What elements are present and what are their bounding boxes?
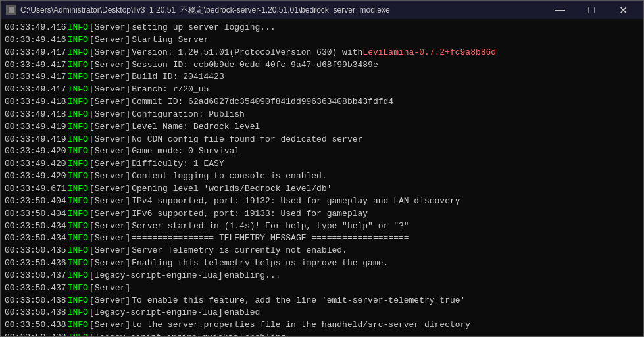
- log-message: to the server.properties file in the han…: [132, 319, 470, 332]
- log-timestamp: 00:33:50.439: [5, 332, 66, 336]
- log-level: INFO: [68, 59, 88, 72]
- log-message: Starting Server: [132, 34, 209, 47]
- log-message: enabling...: [224, 270, 281, 282]
- log-line: 00:33:49.418 INFO [Server] Configuration…: [5, 109, 639, 121]
- log-message: Server started in (1.4s)! For help, type…: [132, 220, 409, 233]
- log-timestamp: 00:33:50.438: [5, 319, 66, 332]
- log-source: [Server]: [89, 183, 130, 195]
- maximize-button[interactable]: □: [576, 1, 607, 19]
- log-line: 00:33:49.420 INFO [Server] Content loggi…: [5, 170, 639, 183]
- log-line: 00:33:49.416 INFO [Server] Starting Serv…: [5, 34, 639, 47]
- log-level: INFO: [68, 47, 88, 59]
- log-link: LeviLamina-0.7.2+fc9a8b86d: [362, 47, 496, 59]
- log-message: Level Name: Bedrock level: [132, 121, 260, 134]
- log-timestamp: 00:33:49.420: [5, 158, 66, 170]
- log-timestamp: 00:33:50.436: [5, 257, 66, 270]
- log-message: Server Telemetry is currently not enable…: [132, 245, 347, 257]
- window-title: C:\Users\Administrator\Desktop\llv3_1.20…: [20, 5, 390, 16]
- log-level: INFO: [68, 307, 88, 319]
- log-level: INFO: [68, 183, 88, 195]
- log-source: [Server]: [89, 22, 130, 34]
- log-source: [Server]: [89, 257, 130, 270]
- log-source: [Server]: [89, 245, 130, 257]
- log-line: 00:33:50.436 INFO [Server] Enabling this…: [5, 257, 639, 270]
- log-timestamp: 00:33:49.671: [5, 183, 66, 195]
- log-message: No CDN config file found for dedicated s…: [132, 134, 362, 146]
- log-timestamp: 00:33:50.434: [5, 232, 66, 245]
- log-line: 00:33:50.437 INFO [Server]: [5, 282, 639, 295]
- close-button[interactable]: ✕: [608, 1, 638, 19]
- log-source: [Server]: [89, 319, 130, 332]
- log-line: 00:33:50.435 INFO [Server] Server Teleme…: [5, 245, 639, 257]
- log-timestamp: 00:33:49.417: [5, 84, 66, 96]
- log-source: [legacy-script-engine-quickjs]: [89, 332, 243, 336]
- log-line: 00:33:50.404 INFO [Server] IPv4 supporte…: [5, 195, 639, 208]
- log-source: [Server]: [89, 195, 130, 208]
- log-source: [Server]: [89, 282, 130, 295]
- log-message: Difficulty: 1 EASY: [132, 158, 224, 170]
- log-line: 00:33:50.438 INFO [Server] to the server…: [5, 319, 639, 332]
- log-timestamp: 00:33:49.418: [5, 96, 66, 109]
- log-source: [legacy-script-engine-lua]: [89, 270, 223, 282]
- log-timestamp: 00:33:49.418: [5, 109, 66, 121]
- log-line: 00:33:50.438 INFO [Server] To enable thi…: [5, 295, 639, 307]
- log-line: 00:33:49.671 INFO [Server] Opening level…: [5, 183, 639, 195]
- log-level: INFO: [68, 270, 88, 282]
- log-message: enabling...: [245, 332, 301, 336]
- log-source: [Server]: [89, 59, 130, 72]
- log-line: 00:33:49.419 INFO [Server] Level Name: B…: [5, 121, 639, 134]
- log-line: 00:33:49.416 INFO [Server] setting up se…: [5, 22, 639, 34]
- log-level: INFO: [68, 257, 88, 270]
- log-level: INFO: [68, 170, 88, 183]
- log-message: Enabling this telemetry helps us improve…: [132, 257, 388, 270]
- log-timestamp: 00:33:49.419: [5, 134, 66, 146]
- log-message: Branch: r/20_u5: [132, 84, 209, 96]
- log-level: INFO: [68, 232, 88, 245]
- log-message: IPv6 supported, port: 19133: Used for ga…: [132, 208, 368, 220]
- window-icon: [6, 5, 16, 15]
- log-source: [Server]: [89, 121, 130, 134]
- log-timestamp: 00:33:50.404: [5, 208, 66, 220]
- log-message: Version: 1.20.51.01(ProtocolVersion 630)…: [132, 47, 362, 59]
- log-level: INFO: [68, 195, 88, 208]
- log-line: 00:33:50.439 INFO [legacy-script-engine-…: [5, 332, 639, 336]
- log-level: INFO: [68, 71, 88, 84]
- log-timestamp: 00:33:50.435: [5, 245, 66, 257]
- log-level: INFO: [68, 22, 88, 34]
- log-source: [Server]: [89, 208, 130, 220]
- log-timestamp: 00:33:49.416: [5, 34, 66, 47]
- log-line: 00:33:49.420 INFO [Server] Game mode: 0 …: [5, 145, 639, 158]
- minimize-button[interactable]: —: [545, 1, 575, 19]
- log-timestamp: 00:33:50.438: [5, 307, 66, 319]
- log-line: 00:33:50.437 INFO [legacy-script-engine-…: [5, 270, 639, 282]
- log-level: INFO: [68, 208, 88, 220]
- svg-rect-1: [9, 7, 14, 13]
- log-timestamp: 00:33:49.416: [5, 22, 66, 34]
- log-timestamp: 00:33:50.438: [5, 295, 66, 307]
- log-line: 00:33:49.418 INFO [Server] Commit ID: 62…: [5, 96, 639, 109]
- log-line: 00:33:49.419 INFO [Server] No CDN config…: [5, 134, 639, 146]
- log-source: [Server]: [89, 232, 130, 245]
- log-source: [Server]: [89, 220, 130, 233]
- log-line: 00:33:50.434 INFO [Server] Server starte…: [5, 220, 639, 233]
- log-timestamp: 00:33:50.434: [5, 220, 66, 233]
- log-message: Game mode: 0 Survival: [132, 145, 239, 158]
- log-timestamp: 00:33:49.417: [5, 71, 66, 84]
- log-level: INFO: [68, 319, 88, 332]
- log-source: [Server]: [89, 84, 130, 96]
- log-source: [Server]: [89, 96, 130, 109]
- title-bar-left: C:\Users\Administrator\Desktop\llv3_1.20…: [6, 5, 390, 16]
- log-timestamp: 00:33:49.419: [5, 121, 66, 134]
- log-message: IPv4 supported, port: 19132: Used for ga…: [132, 195, 460, 208]
- log-source: [Server]: [89, 145, 130, 158]
- log-source: [Server]: [89, 47, 130, 59]
- log-line: 00:33:49.420 INFO [Server] Difficulty: 1…: [5, 158, 639, 170]
- log-level: INFO: [68, 109, 88, 121]
- log-source: [Server]: [89, 71, 130, 84]
- log-message: Commit ID: 62ad6027dc354090f841dd9963634…: [132, 96, 393, 109]
- log-source: [Server]: [89, 170, 130, 183]
- log-timestamp: 00:33:49.417: [5, 59, 66, 72]
- log-timestamp: 00:33:49.417: [5, 47, 66, 59]
- window-controls: — □ ✕: [545, 1, 638, 19]
- log-message: Session ID: ccb0b9de-0cdd-40fc-9a47-d68f…: [132, 59, 378, 72]
